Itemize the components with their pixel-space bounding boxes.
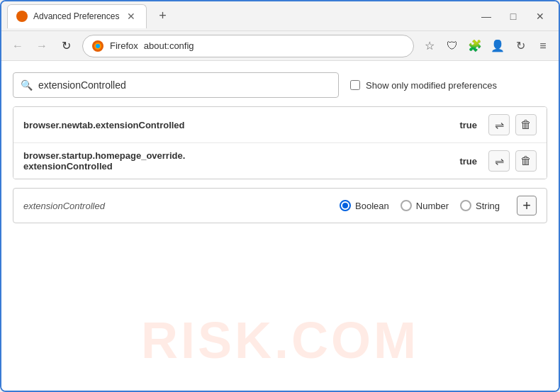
string-label: String — [476, 201, 500, 211]
address-url: about:config — [144, 40, 194, 51]
string-option[interactable]: String — [460, 200, 500, 211]
sync-icon[interactable]: ↻ — [510, 36, 530, 56]
browser-window: Advanced Preferences ✕ + — □ ✕ ← → ↻ Fir… — [0, 0, 560, 392]
table-row: browser.startup.homepage_override. exten… — [13, 143, 547, 179]
close-button[interactable]: ✕ — [527, 6, 553, 26]
shield-icon[interactable]: 🛡 — [442, 36, 462, 56]
pref-actions-2: ⇌ 🗑 — [488, 150, 537, 172]
toggle-button-1[interactable]: ⇌ — [488, 114, 510, 135]
bookmark-icon[interactable]: ☆ — [420, 36, 439, 56]
menu-icon[interactable]: ≡ — [533, 36, 553, 56]
delete-button-2[interactable]: 🗑 — [515, 150, 537, 172]
delete-button-1[interactable]: 🗑 — [515, 114, 537, 135]
back-button[interactable]: ← — [7, 35, 28, 57]
firefox-logo-icon — [91, 40, 104, 52]
svg-point-2 — [96, 44, 100, 48]
watermark: RISK.COM — [141, 311, 419, 369]
number-option[interactable]: Number — [401, 200, 449, 211]
search-icon: 🔍 — [21, 79, 33, 91]
window-controls: — □ ✕ — [474, 6, 553, 26]
pref-value-2: true — [448, 156, 477, 167]
boolean-radio[interactable] — [340, 200, 351, 211]
pref-name-1: browser.newtab.extensionControlled — [23, 120, 448, 130]
number-radio[interactable] — [401, 200, 412, 211]
show-modified-row: Show only modified preferences — [350, 80, 497, 91]
maximize-button[interactable]: □ — [500, 6, 526, 26]
title-bar: Advanced Preferences ✕ + — □ ✕ — [1, 1, 559, 31]
number-label: Number — [416, 201, 449, 211]
browser-name: Firefox — [110, 40, 138, 51]
reload-button[interactable]: ↻ — [55, 35, 77, 57]
search-box[interactable]: 🔍 — [13, 72, 339, 98]
new-tab-button[interactable]: + — [152, 6, 172, 26]
tab-title: Advanced Preferences — [33, 11, 119, 21]
table-row: browser.newtab.extensionControlled true … — [13, 107, 547, 143]
profile-icon[interactable]: 👤 — [488, 36, 508, 56]
show-modified-checkbox[interactable] — [350, 80, 360, 90]
content-area: RISK.COM 🔍 Show only modified preference… — [1, 61, 559, 391]
pref-value-1: true — [448, 120, 477, 130]
tab-favicon — [16, 11, 28, 22]
active-tab[interactable]: Advanced Preferences ✕ — [7, 4, 147, 28]
toggle-button-2[interactable]: ⇌ — [488, 150, 510, 172]
extension-icon[interactable]: 🧩 — [465, 36, 485, 56]
pref-name-2: browser.startup.homepage_override. exten… — [23, 150, 448, 172]
address-bar[interactable]: Firefox about:config — [82, 35, 414, 57]
forward-button[interactable]: → — [31, 35, 52, 57]
toolbar: ← → ↻ Firefox about:config ☆ 🛡 🧩 👤 ↻ ≡ — [1, 31, 559, 61]
string-radio[interactable] — [460, 200, 471, 211]
boolean-option[interactable]: Boolean — [340, 200, 389, 211]
pref-actions-1: ⇌ 🗑 — [488, 114, 537, 135]
results-table: browser.newtab.extensionControlled true … — [13, 106, 547, 179]
new-pref-row: extensionControlled Boolean Number Strin… — [13, 188, 547, 223]
minimize-button[interactable]: — — [474, 6, 499, 26]
tab-close-button[interactable]: ✕ — [125, 10, 138, 23]
search-input[interactable] — [38, 79, 331, 91]
show-modified-label[interactable]: Show only modified preferences — [366, 80, 497, 91]
type-options: Boolean Number String — [340, 200, 500, 211]
add-pref-button[interactable]: + — [517, 196, 537, 215]
new-pref-name: extensionControlled — [23, 201, 105, 211]
toolbar-icons: ☆ 🛡 🧩 👤 ↻ ≡ — [420, 36, 553, 56]
boolean-label: Boolean — [355, 201, 389, 211]
search-row: 🔍 Show only modified preferences — [13, 72, 547, 98]
